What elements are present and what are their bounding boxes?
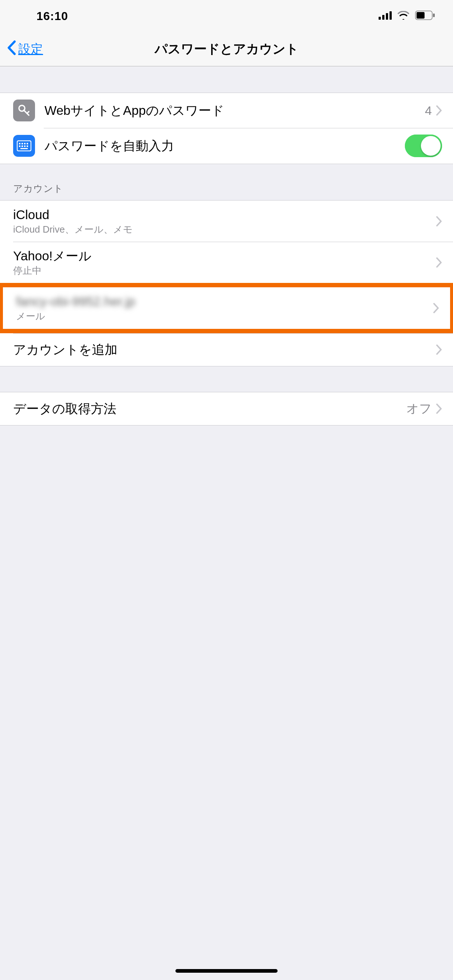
battery-icon (415, 11, 435, 22)
chevron-right-icon (433, 303, 439, 313)
status-bar: 16:10 (0, 0, 453, 32)
back-label: 設定 (18, 41, 43, 57)
add-account-row[interactable]: アカウントを追加 (0, 333, 453, 366)
website-passwords-label: WebサイトとAppのパスワード (45, 103, 425, 118)
svg-rect-12 (22, 143, 23, 145)
website-app-passwords-row[interactable]: WebサイトとAppのパスワード 4 (0, 93, 453, 128)
account-title: fancy-obi-9952.her.jp (16, 294, 433, 309)
cellular-icon (379, 11, 392, 21)
autofill-toggle[interactable] (405, 135, 442, 157)
chevron-right-icon (436, 404, 442, 414)
account-sub: 停止中 (13, 265, 436, 276)
account-row-yahoo[interactable]: Yahoo!メール 停止中 (0, 242, 453, 283)
back-button[interactable]: 設定 (6, 40, 43, 58)
account-title: iCloud (13, 207, 436, 223)
svg-rect-19 (21, 148, 28, 149)
nav-bar: 設定 パスワードとアカウント (0, 32, 453, 66)
svg-rect-14 (27, 143, 28, 145)
svg-rect-13 (24, 143, 26, 145)
accounts-group: iCloud iCloud Drive、メール、メモ Yahoo!メール 停止中… (0, 200, 453, 366)
status-time: 16:10 (37, 10, 68, 23)
autofill-passwords-row[interactable]: パスワードを自動入力 (0, 128, 453, 164)
svg-rect-11 (19, 143, 21, 145)
svg-rect-16 (22, 145, 23, 147)
chevron-right-icon (436, 105, 442, 116)
website-passwords-count: 4 (425, 103, 432, 118)
highlighted-account: fancy-obi-9952.her.jp メール (0, 283, 453, 333)
passwords-group: WebサイトとAppのパスワード 4 パスワードを自動入力 (0, 92, 453, 164)
chevron-right-icon (436, 216, 442, 226)
fetch-label: データの取得方法 (13, 401, 406, 416)
svg-rect-5 (416, 12, 424, 19)
svg-line-9 (27, 111, 29, 113)
svg-rect-17 (24, 145, 26, 147)
fetch-row[interactable]: データの取得方法 オフ (0, 392, 453, 425)
svg-rect-0 (379, 17, 381, 20)
account-title: Yahoo!メール (13, 248, 436, 264)
account-sub: iCloud Drive、メール、メモ (13, 224, 436, 235)
fetch-group: データの取得方法 オフ (0, 392, 453, 425)
wifi-icon (397, 11, 410, 21)
keyboard-icon (13, 135, 35, 157)
svg-rect-2 (386, 13, 388, 20)
home-indicator[interactable] (175, 969, 278, 973)
chevron-right-icon (436, 345, 442, 355)
add-account-label: アカウントを追加 (13, 342, 436, 357)
account-sub: メール (16, 310, 433, 322)
page-title: パスワードとアカウント (0, 40, 453, 57)
accounts-header: アカウント (0, 164, 453, 200)
svg-rect-18 (27, 145, 28, 147)
key-icon (13, 100, 35, 121)
svg-rect-6 (433, 13, 435, 17)
account-row-icloud[interactable]: iCloud iCloud Drive、メール、メモ (0, 200, 453, 242)
autofill-label: パスワードを自動入力 (45, 138, 405, 153)
fetch-value: オフ (406, 400, 432, 417)
chevron-right-icon (436, 258, 442, 267)
svg-rect-1 (382, 15, 384, 20)
account-row-custom[interactable]: fancy-obi-9952.her.jp メール (3, 287, 450, 328)
svg-rect-15 (19, 145, 21, 147)
svg-rect-3 (389, 11, 392, 20)
chevron-left-icon (6, 40, 16, 58)
status-icons (379, 11, 435, 22)
